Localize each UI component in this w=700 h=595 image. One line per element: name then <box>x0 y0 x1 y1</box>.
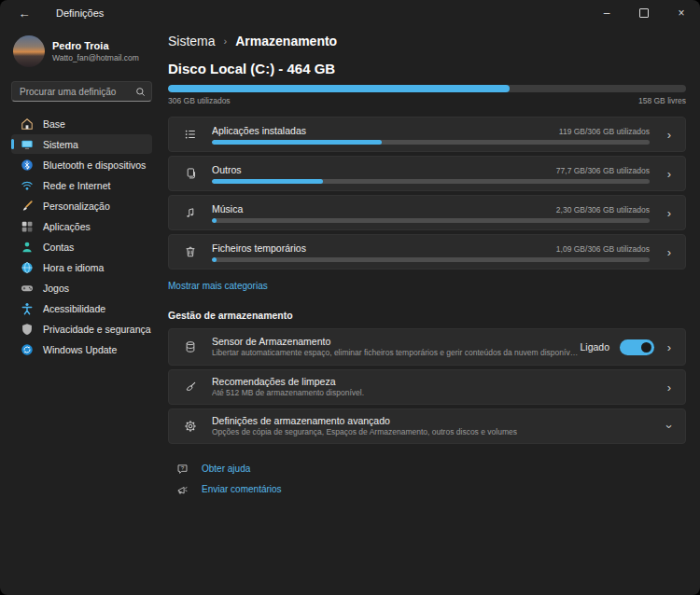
storage-sense-toggle[interactable] <box>620 339 654 355</box>
sidebar-item-label: Rede e Internet <box>43 180 110 191</box>
chevron-right-icon: › <box>663 340 676 354</box>
user-name: Pedro Troia <box>52 40 139 53</box>
app-list-icon <box>182 128 199 141</box>
sidebar-item-acessibilidade[interactable]: Acessibilidade <box>11 298 152 318</box>
category-music[interactable]: Música 2,30 GB/306 GB utilizados › <box>168 195 686 230</box>
sidebar-item-base[interactable]: Base <box>11 114 152 133</box>
brush-icon <box>20 199 34 213</box>
search-box[interactable] <box>11 81 152 102</box>
sidebar-item-sistema[interactable]: Sistema <box>11 134 152 154</box>
sidebar-item-label: Aplicações <box>43 221 91 232</box>
music-note-icon <box>182 206 199 219</box>
sidebar-item-label: Bluetooth e dispositivos <box>43 159 146 171</box>
cleanup-title: Recomendações de limpeza <box>212 375 663 388</box>
sidebar: Pedro Troia Watto_fan@hotmail.com Base S… <box>0 26 163 595</box>
search-icon <box>135 87 146 97</box>
get-help-label: Obter ajuda <box>202 464 250 474</box>
category-bar-fill <box>212 257 217 262</box>
sidebar-item-bluetooth[interactable]: Bluetooth e dispositivos <box>11 155 152 174</box>
user-email: Watto_fan@hotmail.com <box>52 53 139 63</box>
maximize-button[interactable] <box>625 0 663 26</box>
main-content: Sistema › Armazenamento Disco Local (C:)… <box>163 26 700 595</box>
minimize-button[interactable]: – <box>588 0 625 26</box>
sidebar-item-windows-update[interactable]: Windows Update <box>11 339 152 359</box>
chevron-down-icon: › <box>663 420 677 433</box>
sidebar-item-contas[interactable]: Contas <box>11 237 152 256</box>
sidebar-item-privacidade[interactable]: Privacidade e segurança <box>11 319 152 339</box>
sidebar-item-label: Personalização <box>43 201 110 212</box>
breadcrumb-current: Armazenamento <box>235 34 337 48</box>
sidebar-item-aplicacoes[interactable]: Aplicações <box>11 216 152 236</box>
category-other[interactable]: Outros 77,7 GB/306 GB utilizados › <box>168 156 686 191</box>
sidebar-item-label: Base <box>43 118 65 130</box>
get-help-link[interactable]: ? Obter ajuda <box>168 458 686 478</box>
avatar <box>13 35 45 67</box>
update-icon <box>20 342 34 356</box>
breadcrumb-separator: › <box>224 35 228 47</box>
wifi-icon <box>20 178 34 192</box>
chevron-right-icon: › <box>663 206 676 220</box>
category-bar <box>212 179 650 184</box>
sidebar-item-label: Sistema <box>43 139 78 150</box>
feedback-icon <box>174 483 190 495</box>
category-bar-fill <box>212 140 382 145</box>
sidebar-nav: Base Sistema Bluetooth e dispositivos Re… <box>11 114 152 359</box>
svg-text:?: ? <box>181 464 184 470</box>
category-temp-files[interactable]: Ficheiros temporários 1,09 GB/306 GB uti… <box>168 234 686 270</box>
sidebar-item-rede[interactable]: Rede e Internet <box>11 175 152 195</box>
category-bar <box>212 218 650 223</box>
category-label: Música <box>212 203 556 214</box>
breadcrumb-parent[interactable]: Sistema <box>168 34 216 48</box>
category-value: 2,30 GB/306 GB utilizados <box>556 205 650 214</box>
sidebar-item-label: Contas <box>43 242 74 253</box>
accessibility-icon <box>20 301 34 315</box>
back-button[interactable]: ← <box>13 4 35 22</box>
category-label: Ficheiros temporários <box>212 242 556 254</box>
category-installed-apps[interactable]: Aplicações instaladas 119 GB/306 GB util… <box>168 117 686 152</box>
footer-links: ? Obter ajuda Enviar comentários <box>168 458 686 499</box>
category-bar <box>212 257 650 262</box>
sidebar-item-jogos[interactable]: Jogos <box>11 278 152 298</box>
documents-icon <box>182 167 199 180</box>
home-icon <box>20 117 34 131</box>
sidebar-item-hora-idioma[interactable]: Hora e idioma <box>11 257 152 277</box>
chevron-right-icon: › <box>663 381 676 394</box>
storage-sense-icon <box>182 340 199 353</box>
send-feedback-link[interactable]: Enviar comentários <box>168 478 686 499</box>
close-button[interactable]: × <box>663 0 700 26</box>
category-value: 119 GB/306 GB utilizados <box>559 127 650 136</box>
person-icon <box>20 240 34 254</box>
storage-sense-card[interactable]: Sensor de Armazenamento Libertar automat… <box>168 328 686 366</box>
storage-sense-description: Libertar automaticamente espaço, elimina… <box>212 348 580 358</box>
sidebar-item-label: Acessibilidade <box>43 303 105 314</box>
disk-free-label: 158 GB livres <box>638 96 686 105</box>
advanced-title: Definições de armazenamento avançado <box>212 414 663 427</box>
toggle-knob <box>641 342 651 353</box>
category-value: 77,7 GB/306 GB utilizados <box>556 166 650 175</box>
advanced-description: Opções de cópia de segurança, Espaços de… <box>212 427 663 437</box>
cleanup-description: Até 512 MB de armazenamento disponível. <box>212 388 663 398</box>
advanced-storage-settings-card[interactable]: Definições de armazenamento avançado Opç… <box>168 408 686 444</box>
chevron-right-icon: › <box>663 245 676 259</box>
disk-usage-bar <box>168 85 686 92</box>
show-more-categories-link[interactable]: Mostrar mais categorias <box>168 281 268 291</box>
category-value: 1,09 GB/306 GB utilizados <box>556 244 650 254</box>
bluetooth-icon <box>20 158 34 172</box>
monitor-icon <box>20 137 34 151</box>
sidebar-item-label: Privacidade e segurança <box>43 324 151 335</box>
user-profile[interactable]: Pedro Troia Watto_fan@hotmail.com <box>13 35 152 67</box>
category-bar <box>212 140 650 145</box>
sidebar-item-label: Jogos <box>43 283 69 294</box>
storage-sense-title: Sensor de Armazenamento <box>212 335 580 348</box>
window-controls: – × <box>588 0 700 26</box>
chevron-right-icon: › <box>663 128 676 142</box>
trash-icon <box>182 245 199 258</box>
category-label: Aplicações instaladas <box>212 125 559 136</box>
search-input[interactable] <box>18 86 135 98</box>
shield-icon <box>20 322 34 336</box>
disk-usage-fill <box>168 85 510 92</box>
category-list: Aplicações instaladas 119 GB/306 GB util… <box>168 117 686 270</box>
app-title: Definições <box>56 7 104 19</box>
sidebar-item-personalizacao[interactable]: Personalização <box>11 196 152 215</box>
cleanup-recommendations-card[interactable]: Recomendações de limpeza Até 512 MB de a… <box>168 369 686 405</box>
